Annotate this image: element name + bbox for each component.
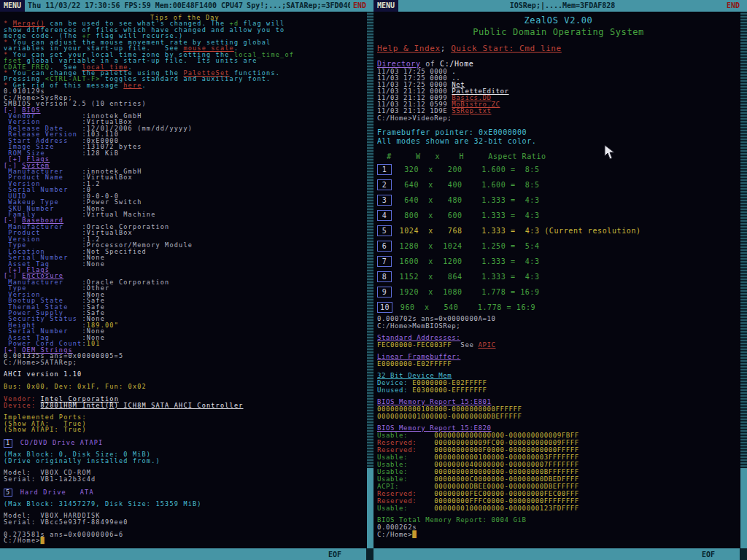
- terminal-link[interactable]: APIC: [478, 341, 495, 349]
- terminal-text: 0000000040000000-000000007FFFFFFF: [434, 461, 579, 468]
- terminal-line: Bus: 0x00, Dev: 0x1F, Fun: 0x02: [4, 384, 366, 389]
- terminal-line: 5 Hard Drive ATA: [4, 489, 366, 494]
- terminal-line: (Show ATAPI: True): [4, 427, 366, 432]
- terminal-line: [+] Flags: [4, 156, 366, 162]
- terminal-link[interactable]: here: [123, 82, 142, 89]
- right-vertical-scrollbar[interactable]: [740, 12, 747, 548]
- terminal-line: Public Domain Operating System: [377, 26, 740, 38]
- terminal-line: AHCI version 1.10: [4, 371, 366, 377]
- index-badge: 3: [377, 195, 392, 206]
- terminal-text: Framebuffer pointer: 0xE0000000: [377, 128, 527, 136]
- terminal-line: [377, 54, 740, 60]
- terminal-text: :128 KiB: [82, 149, 119, 157]
- text-cursor[interactable]: █: [412, 531, 417, 538]
- terminal-text: Usable:: [377, 432, 434, 439]
- terminal-line: 9 1920 x 1080 1.778 = 16:9: [377, 284, 740, 300]
- system-status-text: Thu 11/03/22 17:30:56 FPS:59 Mem:00E48F1…: [28, 0, 247, 12]
- terminal-link[interactable]: Linear Framebuffer:: [377, 353, 460, 360]
- terminal-link[interactable]: BIOS Memory Report 15:E801: [377, 398, 491, 405]
- terminal-text: See: [460, 341, 478, 349]
- terminal-text: All modes shown are 32-bit color.: [377, 137, 536, 145]
- terminal-line: Asset Tag :None: [4, 261, 366, 267]
- terminal-link[interactable]: SSRep.txt: [452, 107, 491, 114]
- terminal-line: C:/Home>█: [377, 531, 740, 538]
- terminal-text: 1280 x 1024 1.250 = 5:4: [395, 242, 540, 250]
- terminal-line: 1 CD/DVD Drive ATAPI: [4, 439, 366, 445]
- scrollbar-corner: [740, 548, 747, 560]
- terminal-line: 0.000702s ans=0x0000000A=10: [377, 315, 740, 322]
- terminal-text: 00000000FFFC0000-00000000FFFFFFFF: [434, 497, 579, 505]
- terminal-link[interactable]: Quick Start: Cmd line: [451, 44, 562, 53]
- terminal-line: Device: 82801HBM Intel(R) ICH8M SATA AHC…: [4, 402, 366, 408]
- right-vscroll-thumb[interactable]: [740, 468, 747, 548]
- terminal-text: E0000000-E02FFFFF: [377, 360, 452, 368]
- terminal-line: Standard Addresses:: [377, 334, 740, 341]
- terminal-text: 00000000C0000000-00000000DBEDFFFF: [434, 475, 579, 483]
- scroll-end-marker[interactable]: END: [727, 0, 740, 12]
- terminal-link[interactable]: 82801HBM Intel(R) ICH8M SATA AHCI Contro…: [41, 402, 244, 409]
- terminal-line: 0.273581s ans=0x00000006=6: [4, 532, 366, 537]
- terminal-text: 0000000001000000-00000000DBEFFFFF: [377, 413, 522, 420]
- terminal-text: 960 x 540 1.778 = 16:9: [395, 303, 535, 311]
- terminal-text: 11/03 21:12 1D9E: [377, 107, 452, 114]
- menu-button[interactable]: MENU: [0, 0, 25, 12]
- terminal-text: 00000000FEC00000-00000000FEC00FFF: [434, 490, 579, 497]
- terminal-text: (Max Block: 31457279, Disk Size: 15359 M…: [4, 500, 202, 508]
- terminal-text: Reserved:: [377, 497, 434, 505]
- terminal-text: 1920 x 1080 1.778 = 16:9: [395, 288, 540, 296]
- index-badge: 5: [4, 489, 12, 497]
- terminal-line: (Drive originally installed from.): [4, 458, 366, 464]
- scroll-end-marker[interactable]: END: [353, 0, 366, 12]
- terminal-line: SMBIOS version 2.5 (10 entries): [4, 101, 366, 106]
- left-vertical-scrollbar[interactable]: [367, 12, 374, 548]
- terminal-text: 320 x 200 1.600 = 8:5: [395, 166, 540, 174]
- terminal-text: :None: [82, 260, 105, 268]
- screen: MENU Thu 11/03/22 17:30:56 FPS:59 Mem:00…: [0, 0, 747, 560]
- terminal-line: 8 1152 x 864 1.333 = 4:3: [377, 269, 740, 284]
- terminal-line: C:/Home>VideoRep;: [377, 114, 740, 122]
- terminal-text: Reserved:: [377, 439, 434, 446]
- terminal-link[interactable]: Directory: [377, 60, 421, 68]
- terminal-text: C:/Home>VideoRep;: [377, 114, 452, 122]
- terminal-text: Usable:: [377, 468, 434, 475]
- terminal-line: Reserved: 00000000FFFC0000-00000000FFFFF…: [377, 497, 740, 505]
- terminal-line: All modes shown are 32-bit color.: [377, 137, 740, 146]
- terminal-link[interactable]: BIOS Memory Report 15:E820: [377, 424, 491, 432]
- terminal-link[interactable]: Standard Addresses:: [377, 334, 460, 341]
- terminal-line: ROM Size :128 KiB: [4, 150, 366, 156]
- terminal-line: 0.000262s: [377, 524, 740, 531]
- menu-button[interactable]: MENU: [374, 0, 398, 12]
- terminal-text: Serial: VB1-1a2b3c4d: [4, 475, 96, 483]
- terminal-line: Serial: VB1-1a2b3c4d: [4, 476, 366, 482]
- terminal-line: Reserved: 000000000009FC00-000000000009F…: [377, 439, 740, 446]
- terminal-line: Usable: 00000000C0000000-00000000DBEDFFF…: [377, 475, 740, 483]
- left-terminal-output: Tips of the Day* Merge() can be used to …: [4, 12, 366, 548]
- terminal-line: C:/Home>MemBIOSRep;: [377, 322, 740, 330]
- terminal-text: 0000000100000000-0000000123FDFFFF: [434, 505, 579, 512]
- terminal-line: 32 Bit Device Mem: [377, 372, 740, 379]
- terminal-text: # W x H Aspect Ratio: [377, 152, 546, 160]
- left-vscroll-thumb[interactable]: [367, 468, 374, 548]
- terminal-line: [4, 482, 366, 488]
- right-horizontal-scrollbar[interactable]: EOF: [374, 548, 747, 560]
- eof-marker: EOF: [702, 551, 715, 559]
- text-cursor[interactable]: █: [41, 537, 45, 544]
- terminal-line: # W x H Aspect Ratio: [377, 152, 740, 162]
- terminal-text: 800 x 600 1.333 = 4:3: [395, 211, 540, 219]
- terminal-text: ;: [441, 44, 451, 53]
- terminal-text: ACPI:: [377, 483, 434, 490]
- terminal-line: Usable: 0000000000000000-000000000009FBF…: [377, 432, 740, 439]
- terminal-link[interactable]: 32 Bit Device Mem: [377, 372, 452, 379]
- terminal-text: Usable:: [377, 475, 434, 483]
- terminal-text: 000000000009FC00-000000000009FFFF: [434, 439, 579, 446]
- left-horizontal-scrollbar[interactable]: EOF: [0, 548, 374, 560]
- terminal-text: 0.000702s ans=0x0000000A=10: [377, 315, 496, 322]
- terminal-text: ZealOS V2.00: [525, 15, 593, 26]
- terminal-line: Device: E0000000-E02FFFFF: [377, 379, 740, 386]
- terminal-line: 10 960 x 540 1.778 = 16:9: [377, 300, 740, 315]
- terminal-text: C:/Home>: [4, 537, 41, 544]
- terminal-line: [4, 433, 366, 439]
- terminal-link[interactable]: Help & Index: [377, 44, 441, 53]
- terminal-line: ZealOS V2.00: [377, 15, 740, 26]
- terminal-text: .: [142, 82, 147, 89]
